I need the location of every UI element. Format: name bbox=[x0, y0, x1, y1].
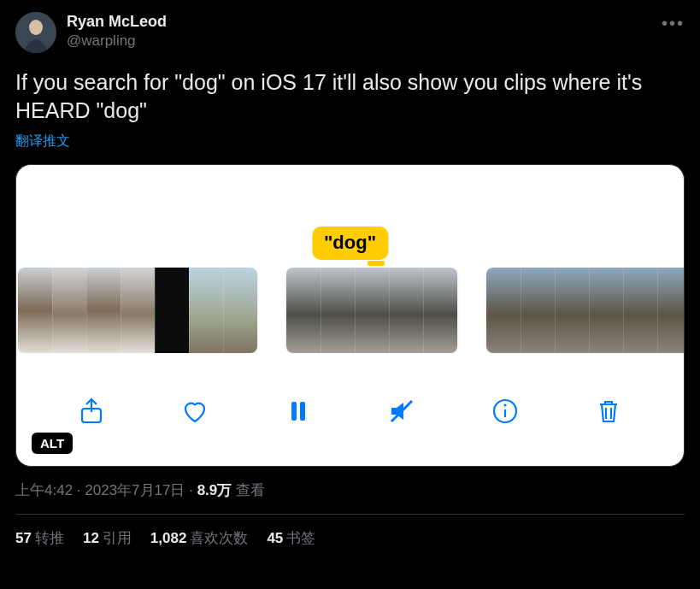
info-icon[interactable] bbox=[488, 394, 522, 428]
timeline-frame bbox=[223, 268, 257, 353]
timeline-frame bbox=[18, 268, 52, 353]
date: 2023年7月17日 bbox=[85, 482, 185, 498]
svg-point-1 bbox=[29, 20, 43, 35]
timestamp-line[interactable]: 上午4:42 · 2023年7月17日 · 8.9万 查看 bbox=[15, 480, 685, 500]
search-term-chip: "dog" bbox=[312, 227, 388, 260]
views-count: 8.9万 bbox=[197, 482, 232, 498]
timeline-frame bbox=[86, 268, 121, 353]
timeline-frame bbox=[121, 268, 155, 353]
timeline-frame bbox=[521, 268, 555, 353]
time: 上午4:42 bbox=[15, 482, 73, 498]
timeline-frame bbox=[355, 268, 389, 353]
tweet-text: If you search for "dog" on iOS 17 it'll … bbox=[15, 68, 685, 124]
timeline-frame bbox=[155, 268, 189, 353]
clip-group-2[interactable] bbox=[286, 268, 457, 353]
stat-quotes[interactable]: 12引用 bbox=[83, 528, 132, 548]
search-caret-marker bbox=[368, 261, 385, 266]
stats-row: 57转推 12引用 1,082喜欢次数 45书签 bbox=[15, 528, 685, 548]
heart-icon[interactable] bbox=[178, 394, 212, 428]
display-name: Ryan McLeod bbox=[67, 12, 167, 32]
alt-badge[interactable]: ALT bbox=[32, 433, 73, 454]
clip-group-1[interactable] bbox=[18, 268, 257, 353]
timeline-frame bbox=[321, 268, 355, 353]
timeline-frame bbox=[189, 268, 223, 353]
timeline-frame bbox=[555, 268, 589, 353]
timeline-frame bbox=[657, 268, 684, 353]
svg-rect-4 bbox=[300, 402, 305, 421]
svg-point-8 bbox=[503, 403, 506, 406]
handle: @warpling bbox=[67, 32, 167, 50]
share-icon[interactable] bbox=[74, 394, 109, 428]
stat-bookmarks[interactable]: 45书签 bbox=[267, 528, 315, 548]
timeline-frame bbox=[486, 268, 521, 353]
tweet-header: Ryan McLeod @warpling ••• bbox=[15, 12, 685, 53]
media-toolbar bbox=[16, 386, 684, 437]
clip-group-3[interactable] bbox=[486, 268, 684, 353]
timeline-frame bbox=[623, 268, 657, 353]
divider bbox=[15, 514, 685, 515]
tweet-container: Ryan McLeod @warpling ••• If you search … bbox=[0, 0, 700, 548]
trash-icon[interactable] bbox=[591, 394, 626, 428]
translate-link[interactable]: 翻译推文 bbox=[15, 133, 70, 150]
timeline-frame bbox=[389, 268, 423, 353]
timeline-frame bbox=[52, 268, 86, 353]
video-timeline[interactable] bbox=[16, 268, 684, 353]
stat-retweets[interactable]: 57转推 bbox=[15, 528, 64, 548]
timeline-frame bbox=[423, 268, 457, 353]
timeline-frame bbox=[286, 268, 321, 353]
timeline-frame bbox=[589, 268, 623, 353]
stat-likes[interactable]: 1,082喜欢次数 bbox=[150, 528, 249, 548]
avatar[interactable] bbox=[15, 12, 56, 53]
mute-icon[interactable] bbox=[385, 394, 419, 428]
pause-icon[interactable] bbox=[281, 394, 315, 428]
svg-rect-3 bbox=[291, 402, 297, 421]
views-label: 查看 bbox=[236, 482, 265, 498]
media-card[interactable]: "dog" bbox=[15, 164, 685, 467]
author-names[interactable]: Ryan McLeod @warpling bbox=[67, 12, 167, 50]
more-icon[interactable]: ••• bbox=[662, 14, 685, 33]
